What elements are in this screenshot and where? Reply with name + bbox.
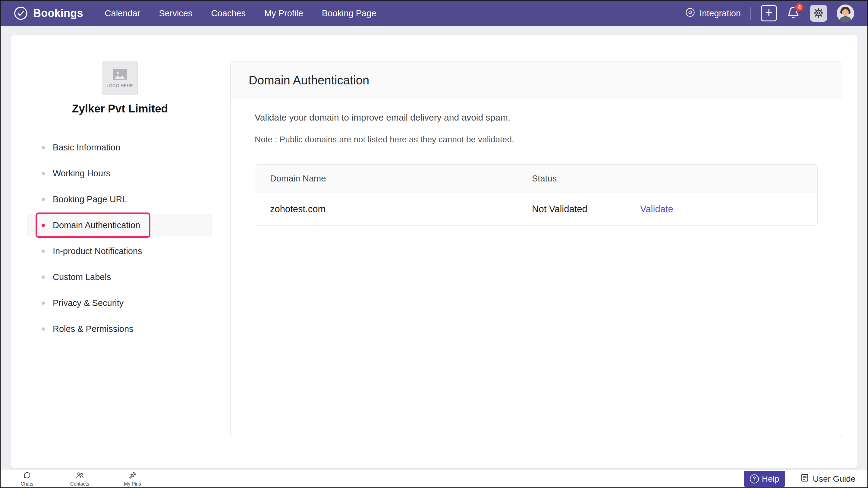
settings-button[interactable] <box>810 5 827 22</box>
user-guide-icon <box>800 473 809 484</box>
bullet-dot <box>41 198 45 201</box>
panel-body: Validate your domain to improve email de… <box>230 113 842 226</box>
panel-title: Domain Authentication <box>249 73 369 87</box>
bottom-bar-left: Chats Contacts <box>1 470 159 487</box>
sidebar-item-roles-permissions[interactable]: Roles & Permissions <box>27 316 212 342</box>
brand[interactable]: Bookings <box>14 6 83 20</box>
settings-menu: Basic Information Working Hours Booking … <box>27 134 212 342</box>
contacts-icon <box>76 471 84 481</box>
chat-icon <box>23 471 31 481</box>
domain-authentication-panel: Domain Authentication Validate your doma… <box>230 61 842 438</box>
navbar-actions: Integration + 4 <box>685 4 854 22</box>
integration-icon <box>685 7 695 20</box>
user-guide-button[interactable]: User Guide <box>788 470 867 487</box>
notification-badge: 4 <box>795 2 804 12</box>
status-cell: Not Validated <box>532 204 640 215</box>
bookings-app-window: Bookings Calendar Services Coaches My Pr… <box>0 0 868 488</box>
company-logo-placeholder[interactable]: LOGO HERE <box>102 61 138 95</box>
bullet-dot <box>41 275 45 279</box>
table-header-row: Domain Name Status <box>255 164 817 193</box>
bullet-dot <box>41 224 45 227</box>
sidebar-item-in-product-notifications[interactable]: In-product Notifications <box>27 238 212 264</box>
company-name: Zylker Pvt Limited <box>10 102 229 115</box>
my-pins-button[interactable]: My Pins <box>106 470 159 487</box>
bullet-dot <box>41 172 45 175</box>
bottom-bar-divider <box>159 472 159 486</box>
panel-description: Validate your domain to improve email de… <box>255 113 818 123</box>
bullet-dot <box>41 250 45 253</box>
nav-item-coaches[interactable]: Coaches <box>211 8 246 19</box>
help-icon: ? <box>750 475 759 484</box>
sidebar-item-basic-information[interactable]: Basic Information <box>27 134 212 160</box>
add-button[interactable]: + <box>761 5 777 22</box>
user-guide-label: User Guide <box>813 474 856 484</box>
bullet-dot <box>41 146 45 149</box>
nav-item-booking-page[interactable]: Booking Page <box>322 8 376 19</box>
panel-note: Note : Public domains are not listed her… <box>255 135 818 144</box>
brand-name: Bookings <box>33 7 83 20</box>
table-row: zohotest.com Not Validated Validate <box>255 193 817 225</box>
bottom-bar: Chats Contacts <box>1 470 867 487</box>
panel-header: Domain Authentication <box>230 62 842 99</box>
nav-item-my-profile[interactable]: My Profile <box>264 8 303 19</box>
domain-name-cell: zohotest.com <box>270 204 532 215</box>
sidebar-item-custom-labels[interactable]: Custom Labels <box>27 264 212 290</box>
nav-item-services[interactable]: Services <box>159 8 192 19</box>
sidebar-item-privacy-security[interactable]: Privacy & Security <box>27 290 212 316</box>
validate-link[interactable]: Validate <box>640 204 673 214</box>
help-label: Help <box>762 474 779 484</box>
sidebar-item-booking-page-url[interactable]: Booking Page URL <box>27 186 212 212</box>
sidebar-item-domain-authentication[interactable]: Domain Authentication <box>27 212 212 238</box>
contacts-button[interactable]: Contacts <box>53 470 106 487</box>
gear-icon <box>813 8 824 19</box>
column-header-status: Status <box>532 174 640 184</box>
help-button[interactable]: ? Help <box>744 471 785 487</box>
integration-label: Integration <box>700 8 741 19</box>
main-content: LOGO HERE Zylker Pvt Limited Basic Infor… <box>1 26 867 470</box>
settings-card: LOGO HERE Zylker Pvt Limited Basic Infor… <box>10 35 858 468</box>
bullet-dot <box>41 327 45 331</box>
notifications-button[interactable]: 4 <box>786 6 801 21</box>
bullet-dot <box>41 301 45 305</box>
plus-icon: + <box>765 6 773 19</box>
column-header-domain-name: Domain Name <box>270 174 532 184</box>
domains-table: Domain Name Status zohotest.com Not Vali… <box>255 164 818 226</box>
image-placeholder-icon <box>113 69 127 81</box>
nav-item-integration[interactable]: Integration <box>685 7 741 20</box>
primary-nav: Calendar Services Coaches My Profile Boo… <box>105 8 376 19</box>
pin-icon <box>128 471 137 481</box>
user-avatar[interactable] <box>837 4 854 22</box>
bookings-logo-icon <box>14 6 28 20</box>
chats-button[interactable]: Chats <box>1 470 53 487</box>
logo-here-label: LOGO HERE <box>107 83 133 88</box>
sidebar-item-working-hours[interactable]: Working Hours <box>27 160 212 186</box>
nav-item-calendar[interactable]: Calendar <box>105 8 141 19</box>
navbar-divider <box>750 7 751 20</box>
top-navbar: Bookings Calendar Services Coaches My Pr… <box>1 1 867 26</box>
